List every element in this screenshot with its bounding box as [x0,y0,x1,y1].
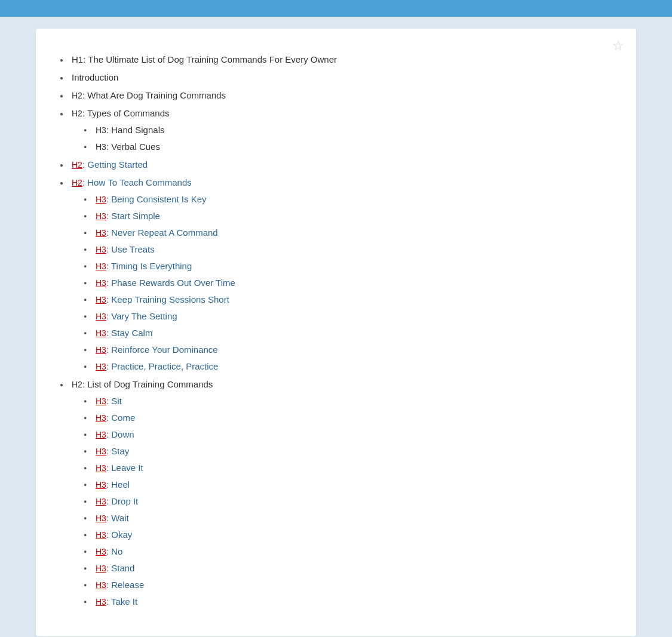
h3-heel[interactable]: H3: Heel [96,479,130,490]
top-bar [0,0,672,17]
h3-stand[interactable]: H3: Stand [96,563,134,573]
list-item: H3: Keep Training Sessions Short [84,293,612,307]
list-item: H3: Come [84,411,612,425]
list-item: H2: Types of Commands H3: Hand Signals H… [60,106,612,154]
list-item: H3: Sit [84,394,612,408]
list-item: H3: Vary The Setting [84,309,612,324]
list-item: H2: List of Dog Training Commands H3: Si… [60,377,612,609]
h2-what: H2: What Are Dog Training Commands [72,90,226,100]
h3-take-it[interactable]: H3: Take It [96,596,137,607]
sub-list-teach: H3: Being Consistent Is Key H3: Start Si… [84,192,612,374]
h3-wait[interactable]: H3: Wait [96,513,129,523]
h1-heading: H1: The Ultimate List of Dog Training Co… [72,54,337,64]
list-item: H3: Reinforce Your Dominance [84,343,612,357]
h3-stay[interactable]: H3: Stay [96,446,129,456]
h3-verbal-cues: H3: Verbal Cues [96,141,160,152]
list-item: H3: Wait [84,511,612,525]
list-item: H3: Down [84,427,612,442]
list-item: H3: Use Treats [84,242,612,257]
list-item: H3: Stay [84,444,612,458]
h3-reinforce-dominance[interactable]: H3: Reinforce Your Dominance [96,344,218,355]
list-item: Introduction [60,70,612,85]
list-item: H3: Timing Is Everything [84,259,612,273]
list-item: H2: What Are Dog Training Commands [60,88,612,103]
h3-timing-is-everything[interactable]: H3: Timing Is Everything [96,261,192,271]
h3-stay-calm[interactable]: H3: Stay Calm [96,328,152,338]
list-item: H3: Release [84,578,612,592]
list-item: H3: Leave It [84,461,612,475]
list-item: H3: Okay [84,528,612,542]
sub-list-commands: H3: Sit H3: Come H3: Down H3: Stay [84,394,612,609]
sub-list: H3: Hand Signals H3: Verbal Cues [84,123,612,154]
list-item: H3: Stand [84,561,612,576]
list-item: H3: Being Consistent Is Key [84,192,612,207]
list-item: H3: Take It [84,595,612,609]
h2-list-commands: H2: List of Dog Training Commands [72,379,213,389]
h2-how-to-teach[interactable]: H2: How To Teach Commands [72,177,192,187]
list-item: H3: Drop It [84,494,612,509]
h3-start-simple[interactable]: H3: Start Simple [96,211,160,221]
h3-use-treats[interactable]: H3: Use Treats [96,244,155,254]
list-item: H3: Stay Calm [84,326,612,340]
list-item: H3: No [84,544,612,559]
h3-never-repeat[interactable]: H3: Never Repeat A Command [96,227,218,238]
list-item: H3: Phase Rewards Out Over Time [84,276,612,290]
list-item: H3: Practice, Practice, Practice [84,359,612,374]
h3-leave-it[interactable]: H3: Leave It [96,463,143,473]
h3-sit[interactable]: H3: Sit [96,396,122,406]
h3-practice[interactable]: H3: Practice, Practice, Practice [96,361,218,371]
h3-down[interactable]: H3: Down [96,429,134,439]
h3-come[interactable]: H3: Come [96,413,135,423]
h2-getting-started[interactable]: H2: Getting Started [72,159,148,170]
h2-types: H2: Types of Commands [72,108,170,118]
h3-no[interactable]: H3: No [96,546,122,556]
h3-hand-signals: H3: Hand Signals [96,125,164,135]
h3-keep-short[interactable]: H3: Keep Training Sessions Short [96,294,229,304]
h3-okay[interactable]: H3: Okay [96,530,132,540]
list-item: H3: Hand Signals [84,123,612,137]
favorite-star-icon[interactable]: ☆ [612,38,624,54]
list-item: H3: Never Repeat A Command [84,226,612,240]
list-item: H1: The Ultimate List of Dog Training Co… [60,53,612,67]
list-item: H3: Start Simple [84,209,612,223]
h3-release[interactable]: H3: Release [96,580,144,590]
h3-drop-it[interactable]: H3: Drop It [96,496,138,506]
list-item: H2: How To Teach Commands H3: Being Cons… [60,176,612,374]
introduction-item: Introduction [72,72,118,82]
table-of-contents: H1: The Ultimate List of Dog Training Co… [60,53,612,609]
h3-vary-setting[interactable]: H3: Vary The Setting [96,311,177,321]
h3-phase-rewards[interactable]: H3: Phase Rewards Out Over Time [96,278,235,288]
list-item: H2: Getting Started [60,158,612,172]
h3-being-consistent[interactable]: H3: Being Consistent Is Key [96,194,207,204]
list-item: H3: Verbal Cues [84,140,612,154]
list-item: H3: Heel [84,478,612,492]
main-container: ☆ H1: The Ultimate List of Dog Training … [36,29,636,636]
